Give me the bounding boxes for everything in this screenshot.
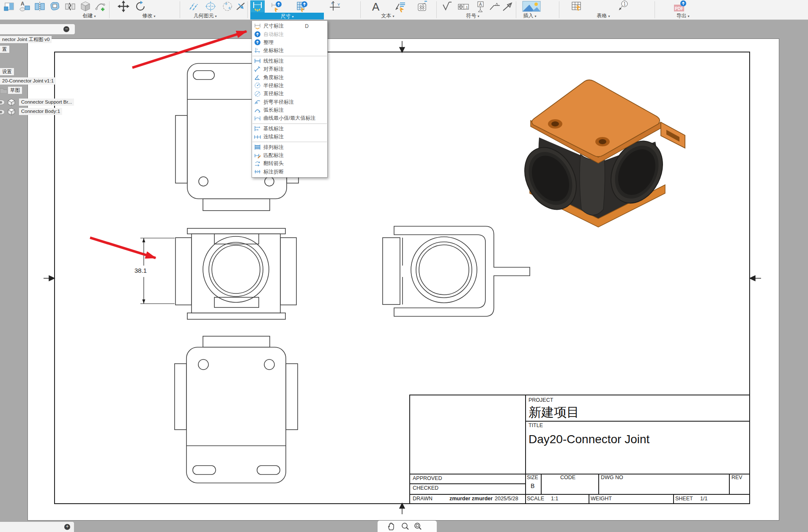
- toolbar-group-dimensions[interactable]: 尺寸▾: [250, 13, 324, 19]
- project-value[interactable]: 新建项目: [529, 404, 579, 421]
- title-value[interactable]: Day20-Connector Joint: [529, 433, 649, 446]
- dimension-icon: [254, 23, 261, 30]
- aligned-dimension-icon: [254, 66, 261, 73]
- table-icon[interactable]: [571, 0, 583, 12]
- menu-item-match[interactable]: 匹配标注: [252, 151, 327, 159]
- browser-item-clipped[interactable]: 置: [0, 46, 9, 53]
- toolbar-group-export[interactable]: 导出▾: [676, 12, 689, 19]
- menu-separator: [252, 56, 327, 56]
- centerline-icon[interactable]: [188, 0, 200, 12]
- expand-plus-icon[interactable]: +: [64, 524, 70, 530]
- break-view-icon[interactable]: [64, 0, 76, 12]
- eye-visibility-icon[interactable]: [0, 99, 5, 105]
- edge-extension-icon[interactable]: [235, 0, 247, 12]
- pan-hand-icon[interactable]: [387, 522, 395, 531]
- chevron-down-icon: ▾: [534, 14, 536, 18]
- toolbar-group-modify[interactable]: 修改▾: [142, 12, 155, 19]
- hole-note-icon[interactable]: [416, 0, 428, 12]
- center-mark-pattern-icon[interactable]: [222, 0, 233, 12]
- menu-item-ordinate[interactable]: xY 坐标标注: [252, 47, 327, 55]
- drawing-view-bottom[interactable]: [171, 332, 311, 488]
- chevron-down-icon: ▾: [153, 14, 155, 18]
- application-window: A: [0, 0, 808, 532]
- toolbar-group-text[interactable]: 文本▾: [381, 12, 394, 19]
- menu-item-arrange[interactable]: 整理: [252, 38, 327, 47]
- menu-item-radius[interactable]: 半径标注: [252, 82, 327, 90]
- balloon-icon[interactable]: 1: [617, 0, 629, 12]
- eye-visibility-icon[interactable]: [0, 109, 5, 115]
- chevron-down-icon: ▾: [94, 14, 96, 18]
- chevron-down-icon: ▾: [477, 14, 479, 18]
- drawing-view-front[interactable]: [127, 224, 304, 326]
- leader-text-icon[interactable]: [394, 0, 406, 12]
- browser-item-model[interactable]: 20-Connector Joint v1:1: [0, 77, 56, 85]
- title-block-line: [541, 474, 542, 494]
- dimension-update-icon[interactable]: [296, 0, 308, 12]
- size-value[interactable]: B: [531, 483, 534, 489]
- ordinate-dimension-icon[interactable]: Yx: [329, 0, 341, 12]
- browser-expand-bar[interactable]: [0, 522, 74, 532]
- datum-icon[interactable]: A: [474, 0, 486, 12]
- detail-view-icon[interactable]: [49, 0, 61, 12]
- base-view-icon[interactable]: [3, 0, 15, 12]
- sketch-icon[interactable]: [95, 0, 107, 12]
- section-view-icon[interactable]: [34, 0, 46, 12]
- folder-icon: [0, 88, 7, 93]
- menu-item-diameter[interactable]: 直径标注: [252, 90, 327, 98]
- menu-item-curve-min-max[interactable]: 曲线最小值/最大值标注: [252, 114, 327, 122]
- browser-document-title[interactable]: nector Joint 工程图 v0: [0, 36, 52, 43]
- menu-item-linear[interactable]: 线性标注: [252, 57, 327, 65]
- toolbar-group-insert[interactable]: 插入▾: [523, 12, 536, 19]
- browser-item-body[interactable]: Connector Support Br...: [19, 99, 74, 106]
- toolbar-group-tables[interactable]: 表格▾: [597, 12, 610, 19]
- export-pdf-icon[interactable]: PDF: [673, 0, 687, 12]
- feature-control-frame-icon[interactable]: .1: [457, 0, 469, 12]
- drawn-date[interactable]: 2025/5/28: [495, 496, 518, 502]
- browser-item-settings[interactable]: 设置: [0, 68, 14, 75]
- scale-value[interactable]: 1:1: [551, 496, 558, 502]
- menu-item-stacked[interactable]: 排列标注: [252, 143, 327, 151]
- insert-image-icon[interactable]: [521, 0, 542, 12]
- text-icon[interactable]: A: [370, 0, 382, 12]
- auto-dimension-icon[interactable]: [271, 0, 282, 12]
- move-icon[interactable]: [118, 0, 129, 12]
- menu-item-arc-length[interactable]: 弧长标注: [252, 106, 327, 114]
- projected-view-icon[interactable]: A: [19, 0, 30, 12]
- menu-item-baseline[interactable]: 基线标注: [252, 125, 327, 133]
- menu-item-dimension[interactable]: 尺寸标注D: [252, 22, 327, 30]
- baseline-dimension-icon: [254, 125, 261, 132]
- menu-item-chain[interactable]: 连续标注: [252, 133, 327, 141]
- drawing-view-side[interactable]: [378, 222, 535, 321]
- browser-item-sketch[interactable]: 草图: [8, 87, 22, 94]
- surface-finish-icon[interactable]: [441, 0, 452, 12]
- menu-item-angular[interactable]: 角度标注: [252, 73, 327, 81]
- weld-symbol-icon[interactable]: [489, 0, 501, 12]
- zoom-icon[interactable]: [401, 522, 409, 531]
- rotate-icon[interactable]: [134, 0, 146, 12]
- menu-item-break-dimension[interactable]: 标注折断: [252, 168, 327, 176]
- menu-item-flip-arrows[interactable]: 翻转箭头: [252, 159, 327, 167]
- isometric-3d-view[interactable]: [522, 74, 691, 230]
- arrow-leader-icon[interactable]: [501, 0, 513, 12]
- zoom-window-icon[interactable]: [414, 522, 422, 531]
- dwg-no-label: DWG NO: [601, 474, 623, 480]
- scale-label: SCALE: [527, 496, 544, 502]
- dimension-value[interactable]: 38.1: [134, 267, 148, 274]
- svg-text:.1: .1: [465, 5, 468, 9]
- sheet-value[interactable]: 1/1: [700, 496, 707, 502]
- center-mark-icon[interactable]: [205, 0, 216, 12]
- menu-item-auto-dimension[interactable]: 自动标注: [252, 30, 327, 38]
- drawn-by[interactable]: zmurder zmurder: [449, 496, 493, 502]
- browser-item-body[interactable]: Connector Body:1: [19, 108, 62, 115]
- dimension-icon[interactable]: [252, 0, 263, 12]
- collapse-minus-icon[interactable]: −: [63, 26, 69, 32]
- menu-separator: [252, 142, 327, 142]
- menu-item-bend-radius[interactable]: 折弯半径标注: [252, 98, 327, 106]
- toolbar-group-symbols[interactable]: 符号▾: [466, 12, 479, 19]
- menu-item-aligned[interactable]: 对齐标注: [252, 65, 327, 73]
- body-cube-icon: [7, 107, 16, 116]
- toolbar-group-create[interactable]: 创建▾: [82, 12, 96, 19]
- dimension-dropdown-menu: 尺寸标注D 自动标注 整理 xY 坐标标注 线性标注 对齐标注 角度标注: [252, 20, 328, 178]
- exploded-view-icon[interactable]: [79, 0, 91, 12]
- toolbar-group-geometry[interactable]: 几何图元▾: [193, 12, 216, 19]
